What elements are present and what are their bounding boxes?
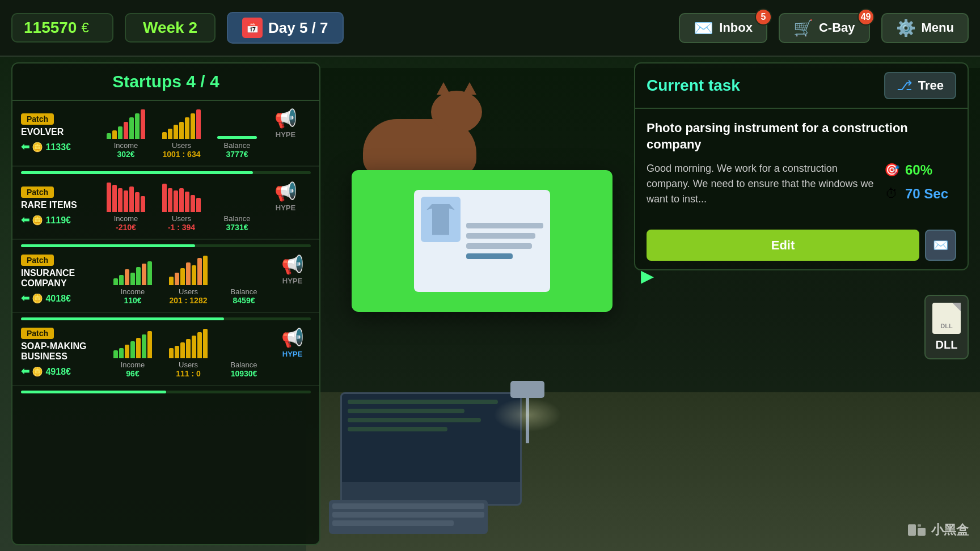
users-chart-insurance [169,254,208,285]
income-chart-rare [107,181,145,212]
progress-value: 60% [905,162,932,178]
svg-rect-0 [908,524,916,536]
watermark: 小黑盒 [907,520,969,540]
users-label-rare: Users [172,214,191,223]
task-actions: Edit ✉️ [635,230,968,261]
scroll-right-arrow: ▶ [641,266,654,286]
startup-stats-evolver: Income 302€ Users 1001 : 634 [100,108,311,159]
users-label-evolver: Users [172,141,191,150]
startup-name-evolver: EVOLVER [21,127,64,137]
income-col-evolver: Income 302€ [100,108,151,159]
cbay-button[interactable]: 49 🛒 C-Bay [779,13,870,43]
menu-button[interactable]: ⚙️ Menu [881,13,969,43]
hype-label-soap: HYPE [282,350,302,358]
current-task-title: Current task [647,77,740,95]
week-label: Week 2 [143,19,197,36]
startups-panel: Startups 4 / 4 Patch EVOLVER ⬅ 🪙 1133€ [11,62,320,545]
dll-label: DLL [936,338,958,351]
dll-panel[interactable]: DLL DLL [924,295,969,359]
currency-value: 115570 [24,19,77,37]
edit-button[interactable]: Edit [647,230,919,261]
app-card-lines [466,197,543,285]
hype-icon-evolver: 📢 [274,108,297,129]
mail-button[interactable]: ✉️ [925,230,956,261]
inbox-button[interactable]: 5 ✉️ Inbox [679,13,767,43]
patch-badge-rare: Patch [21,187,54,198]
time-metric: ⏱ 70 Sec [882,185,956,203]
hype-label-insurance: HYPE [282,277,302,285]
startup-name-rare: RARE ITEMS [21,200,77,210]
income-label-insurance: Income [121,287,145,296]
task-metrics: 🎯 60% ⏱ 70 Sec [882,161,956,207]
balance-value-soap: 10930€ [231,369,257,378]
task-body: Good morning. We work for a construction… [647,161,956,207]
startup-card-evolver[interactable]: Patch EVOLVER ⬅ 🪙 1133€ Income 302€ [12,101,319,167]
startup-card-soap[interactable]: Patch SOAP-MAKING BUSINESS ⬅ 🪙 4918€ Inc… [12,320,319,386]
income-value-insurance: 110€ [124,296,141,305]
startup-balance-rare: ⬅ 🪙 1119€ [21,214,71,226]
cbay-icon: 🛒 [793,19,813,37]
income-value-rare: -210€ [116,223,136,232]
dll-file-icon: DLL [932,303,961,334]
mail-icon: ✉️ [933,238,948,253]
currency-symbol: € [81,20,88,36]
income-chart-soap [113,327,152,358]
income-label-soap: Income [121,361,145,369]
users-col-rare: Users -1 : 394 [156,181,207,232]
inbox-label: Inbox [719,20,753,35]
income-chart-evolver [107,108,145,139]
income-value-soap: 96€ [126,369,139,378]
cat-decoration [306,51,533,176]
svg-rect-2 [918,524,921,527]
hype-label-rare: HYPE [276,204,295,212]
users-col-evolver: Users 1001 : 634 [156,108,207,159]
app-card-icon [421,197,461,242]
startup-stats-soap: Income 96€ Users 111 : 0 Balance [107,327,311,378]
week-display: Week 2 [125,13,216,43]
hype-col-insurance: 📢 HYPE [274,254,311,305]
users-value-evolver: 1001 : 634 [163,150,201,159]
income-label-evolver: Income [114,141,138,150]
progress-icon: 🎯 [882,161,901,179]
keyboard-decoration [329,500,488,534]
day-display: 📅 Day 5 / 7 [227,12,344,44]
users-col-soap: Users 111 : 0 [163,327,214,378]
startup-card-rare-items[interactable]: Patch RARE ITEMS ⬅ 🪙 1119€ Income - [12,174,319,240]
users-value-insurance: 201 : 1282 [170,296,208,305]
hype-col-evolver: 📢 HYPE [267,108,304,159]
time-value: 70 Sec [905,186,948,202]
income-value-evolver: 302€ [117,150,134,159]
users-label-insurance: Users [179,287,198,296]
startup-card-insurance[interactable]: Patch INSURANCE COMPANY ⬅ 🪙 4018€ Income [12,247,319,313]
users-col-insurance: Users 201 : 1282 [163,254,214,305]
menu-label: Menu [922,20,954,35]
lamp-decoration [510,381,544,449]
tree-label: Tree [918,78,944,93]
startup-stats-insurance: Income 110€ Users 201 : 1282 Balance [107,254,311,305]
day-label: Day 5 / 7 [268,19,328,37]
startup-balance-insurance: ⬅ 🪙 4018€ [21,292,71,304]
users-chart-evolver [162,108,201,139]
startup-left-rare: Patch RARE ITEMS ⬅ 🪙 1119€ [21,187,95,226]
startup-balance-soap: ⬅ 🪙 4918€ [21,365,71,378]
watermark-icon [907,520,927,540]
gear-icon: ⚙️ [896,19,916,37]
tree-icon: ⎇ [897,78,913,94]
calendar-icon: 📅 [242,18,263,38]
startup-left-soap: Patch SOAP-MAKING BUSINESS ⬅ 🪙 4918€ [21,328,102,378]
startup-name-insurance: INSURANCE COMPANY [21,268,102,289]
startups-header: Startups 4 / 4 [12,63,319,101]
current-task-panel: Current task ⎇ Tree Photo parsing instru… [634,62,969,270]
startups-title: Startups 4 / 4 [24,72,308,91]
balance-value-evolver: 3777€ [226,150,248,159]
svg-rect-1 [918,528,926,536]
income-label-rare: Income [114,214,138,223]
hype-label-evolver: HYPE [276,130,295,139]
balance-label-soap: Balance [231,361,257,369]
timer-icon: ⏱ [882,185,901,203]
tree-button[interactable]: ⎇ Tree [884,72,956,99]
hype-icon-insurance: 📢 [281,254,304,276]
balance-col-soap: Balance 10930€ [218,327,269,378]
app-modal [352,170,612,312]
shirt-icon [426,204,455,235]
